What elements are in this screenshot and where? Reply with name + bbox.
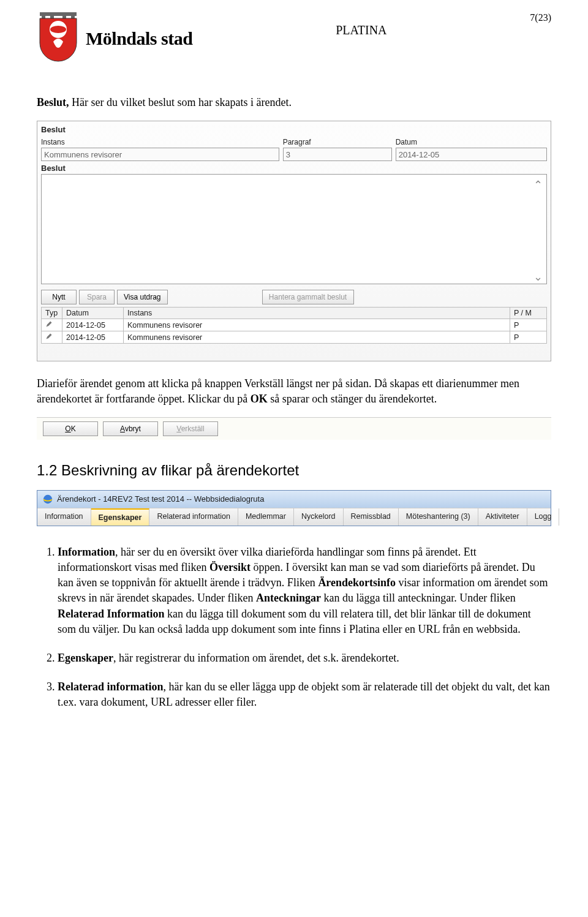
diariefor-ok-bold: OK xyxy=(251,393,268,405)
li1-t4: kan du lägga till anteckningar. Under fl… xyxy=(321,592,516,604)
input-datum[interactable] xyxy=(396,148,547,161)
tab-m-teshantering-3-[interactable]: Möteshantering (3) xyxy=(399,508,478,526)
beslut-intro-text: Här ser du vilket beslut som har skapats… xyxy=(69,96,292,108)
beslut-textarea[interactable] xyxy=(41,174,547,284)
verkstall-rest: erkställ xyxy=(181,425,205,433)
input-paragraf[interactable] xyxy=(283,148,392,161)
cell-datum: 2014-12-05 xyxy=(62,319,124,331)
beslut-panel-title: Beslut xyxy=(41,125,547,134)
logo-text: Mölndals stad xyxy=(86,28,192,49)
beslut-panel: Beslut Instans Paragraf Datum Beslut ⌃ ⌄… xyxy=(37,121,551,361)
ok-rest: K xyxy=(71,425,76,433)
svg-point-6 xyxy=(43,495,52,504)
ok-button[interactable]: OK xyxy=(43,421,98,436)
col-instans[interactable]: Instans xyxy=(124,308,510,319)
li2-text: , här registrerar du information om ären… xyxy=(113,652,399,664)
svg-rect-4 xyxy=(71,12,75,18)
page-number: 7(23) xyxy=(530,12,551,23)
li2-bold: Egenskaper xyxy=(58,652,113,664)
tab-information[interactable]: Information xyxy=(37,508,91,526)
nytt-button[interactable]: Nytt xyxy=(41,290,77,304)
diariefor-paragraph: Diarieför ärendet genom att klicka på kn… xyxy=(37,376,551,406)
tab-nyckelord[interactable]: Nyckelord xyxy=(294,508,344,526)
list-item-2: Egenskaper, här registrerar du informati… xyxy=(58,651,551,666)
li1-bold2: Översikt xyxy=(209,561,251,573)
arendekort-window: Ärendekort - 14REV2 Test test 2014 -- We… xyxy=(37,490,551,526)
visa-utdrag-button[interactable]: Visa utdrag xyxy=(117,290,168,304)
tab-relaterad-information[interactable]: Relaterad information xyxy=(149,508,238,526)
col-datum[interactable]: Datum xyxy=(62,308,124,319)
hantera-gammalt-button[interactable]: Hantera gammalt beslut xyxy=(262,290,354,304)
numbered-list: Information, här ser du en översikt över… xyxy=(58,545,551,711)
tab-logg[interactable]: Logg xyxy=(527,508,560,526)
tabstrip: InformationEgenskaperRelaterad informati… xyxy=(37,508,551,526)
field-datum: Datum xyxy=(396,138,547,161)
tab-medlemmar[interactable]: Medlemmar xyxy=(238,508,294,526)
avbryt-rest: vbryt xyxy=(125,425,141,433)
label-instans: Instans xyxy=(41,138,279,146)
ie-icon xyxy=(42,494,53,505)
li1-bold: Information xyxy=(58,546,115,558)
diariefor-text-2: så sparar och stänger du ärendekortet. xyxy=(268,393,437,405)
cell-typ xyxy=(42,331,62,344)
tab-aktiviteter[interactable]: Aktiviteter xyxy=(478,508,527,526)
beslut-button-row: Nytt Spara Visa utdrag Hantera gammalt b… xyxy=(41,290,547,304)
beslut-table: Typ Datum Instans P / M 2014-12-05Kommun… xyxy=(41,307,547,344)
svg-rect-2 xyxy=(50,12,54,18)
ok-bar: OK Avbryt Verkställ xyxy=(37,417,551,440)
cell-instans: Kommunens revisorer xyxy=(124,331,510,344)
tab-egenskaper[interactable]: Egenskaper xyxy=(91,508,150,526)
cell-pm: P xyxy=(510,331,547,344)
label-paragraf: Paragraf xyxy=(283,138,392,146)
cell-typ xyxy=(42,319,62,331)
label-beslut: Beslut xyxy=(41,164,547,173)
beslut-fields-row: Instans Paragraf Datum xyxy=(41,138,547,161)
header-title: PLATINA xyxy=(192,12,530,37)
avbryt-button[interactable]: Avbryt xyxy=(103,421,158,436)
col-pm[interactable]: P / M xyxy=(510,308,547,319)
li1-bold3: Ärendekortsinfo xyxy=(318,576,396,589)
cell-datum: 2014-12-05 xyxy=(62,331,124,344)
pencil-icon xyxy=(45,320,53,328)
list-item-1: Information, här ser du en översikt över… xyxy=(58,545,551,637)
section-1-2-title: 1.2 Beskrivning av flikar på ärendekorte… xyxy=(37,462,551,479)
spara-button[interactable]: Spara xyxy=(79,290,115,304)
pencil-icon xyxy=(45,333,53,340)
arendekort-title-text: Ärendekort - 14REV2 Test test 2014 -- We… xyxy=(57,494,264,504)
tab-remissblad[interactable]: Remissblad xyxy=(344,508,399,526)
cell-instans: Kommunens revisorer xyxy=(124,319,510,331)
table-row[interactable]: 2014-12-05Kommunens revisorerP xyxy=(42,331,547,344)
svg-rect-1 xyxy=(42,12,45,18)
beslut-textarea-wrap: Beslut ⌃ ⌄ xyxy=(41,164,547,286)
label-datum: Datum xyxy=(396,138,547,146)
arendekort-titlebar: Ärendekort - 14REV2 Test test 2014 -- We… xyxy=(37,491,551,508)
molndal-crest-icon xyxy=(37,12,80,64)
verkstall-button[interactable]: Verkställ xyxy=(163,421,218,436)
list-item-3: Relaterad information, här kan du se ell… xyxy=(58,679,551,710)
cell-pm: P xyxy=(510,319,547,331)
input-instans[interactable] xyxy=(41,148,279,161)
table-row[interactable]: 2014-12-05Kommunens revisorerP xyxy=(42,319,547,331)
li1-bold4: Anteckningar xyxy=(256,592,321,604)
li3-bold: Relaterad information xyxy=(58,681,163,693)
logo-block: Mölndals stad xyxy=(37,12,192,64)
field-paragraf: Paragraf xyxy=(283,138,392,161)
page-header: Mölndals stad PLATINA 7(23) xyxy=(37,12,551,64)
beslut-intro: Beslut, Här ser du vilket beslut som har… xyxy=(37,95,551,110)
col-typ[interactable]: Typ xyxy=(42,308,62,319)
svg-rect-3 xyxy=(62,12,66,18)
li1-bold5: Relaterad Information xyxy=(58,608,164,620)
beslut-intro-bold: Beslut, xyxy=(37,96,69,108)
field-instans: Instans xyxy=(41,138,279,161)
